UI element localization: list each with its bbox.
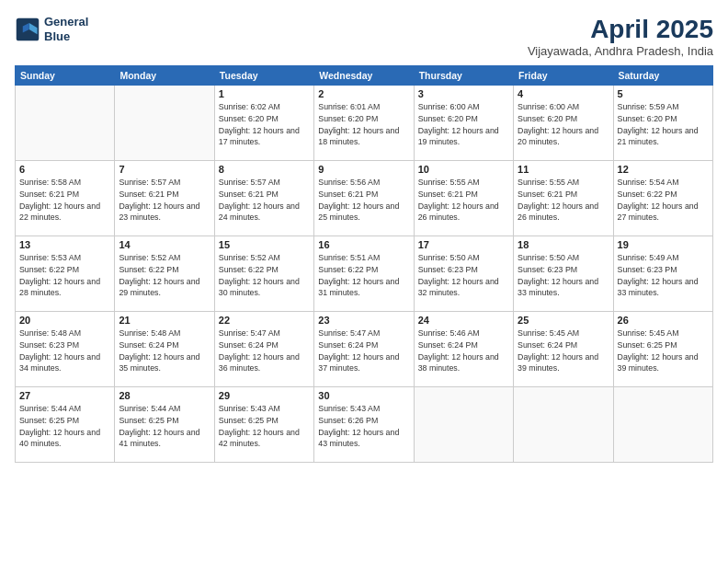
- day-number: 21: [119, 315, 210, 326]
- calendar-cell: 22Sunrise: 5:47 AMSunset: 6:24 PMDayligh…: [214, 312, 313, 387]
- week-row-4: 20Sunrise: 5:48 AMSunset: 6:23 PMDayligh…: [16, 312, 713, 387]
- day-info: Sunrise: 5:48 AMSunset: 6:23 PMDaylight:…: [19, 327, 110, 374]
- calendar-cell: 28Sunrise: 5:44 AMSunset: 6:25 PMDayligh…: [115, 387, 214, 463]
- weekday-header-thursday: Thursday: [414, 66, 513, 86]
- weekday-header-friday: Friday: [514, 66, 613, 86]
- day-info: Sunrise: 5:48 AMSunset: 6:24 PMDaylight:…: [119, 327, 210, 374]
- calendar-cell: 2Sunrise: 6:01 AMSunset: 6:20 PMDaylight…: [314, 86, 414, 161]
- day-number: 8: [219, 164, 310, 175]
- day-info: Sunrise: 5:47 AMSunset: 6:24 PMDaylight:…: [219, 327, 310, 374]
- day-number: 26: [618, 315, 709, 326]
- day-info: Sunrise: 5:55 AMSunset: 6:21 PMDaylight:…: [418, 177, 509, 224]
- day-number: 7: [119, 164, 210, 175]
- day-info: Sunrise: 5:49 AMSunset: 6:23 PMDaylight:…: [618, 252, 709, 299]
- day-number: 6: [19, 164, 110, 175]
- day-info: Sunrise: 5:44 AMSunset: 6:25 PMDaylight:…: [19, 403, 110, 450]
- day-info: Sunrise: 5:50 AMSunset: 6:23 PMDaylight:…: [518, 252, 609, 299]
- calendar-cell: 29Sunrise: 5:43 AMSunset: 6:25 PMDayligh…: [214, 387, 313, 463]
- calendar-cell: 26Sunrise: 5:45 AMSunset: 6:25 PMDayligh…: [613, 312, 712, 387]
- calendar-cell: 17Sunrise: 5:50 AMSunset: 6:23 PMDayligh…: [414, 236, 513, 312]
- logo-icon: [15, 17, 40, 42]
- day-number: 25: [518, 315, 609, 326]
- calendar-cell: 25Sunrise: 5:45 AMSunset: 6:24 PMDayligh…: [514, 312, 613, 387]
- day-number: 1: [219, 88, 310, 99]
- weekday-header-sunday: Sunday: [16, 66, 115, 86]
- calendar-cell: 19Sunrise: 5:49 AMSunset: 6:23 PMDayligh…: [613, 236, 712, 312]
- week-row-5: 27Sunrise: 5:44 AMSunset: 6:25 PMDayligh…: [16, 387, 713, 463]
- day-number: 17: [418, 239, 509, 250]
- calendar-cell: 21Sunrise: 5:48 AMSunset: 6:24 PMDayligh…: [115, 312, 214, 387]
- day-info: Sunrise: 5:46 AMSunset: 6:24 PMDaylight:…: [418, 327, 509, 374]
- title-block: April 2025 Vijayawada, Andhra Pradesh, I…: [528, 15, 713, 58]
- day-info: Sunrise: 5:43 AMSunset: 6:25 PMDaylight:…: [219, 403, 310, 450]
- calendar-cell: 7Sunrise: 5:57 AMSunset: 6:21 PMDaylight…: [115, 161, 214, 236]
- day-info: Sunrise: 6:01 AMSunset: 6:20 PMDaylight:…: [318, 101, 409, 148]
- logo-text: General Blue: [44, 15, 88, 43]
- calendar-cell: [514, 387, 613, 463]
- calendar-cell: 8Sunrise: 5:57 AMSunset: 6:21 PMDaylight…: [214, 161, 313, 236]
- calendar-cell: 16Sunrise: 5:51 AMSunset: 6:22 PMDayligh…: [314, 236, 414, 312]
- day-info: Sunrise: 5:45 AMSunset: 6:25 PMDaylight:…: [618, 327, 709, 374]
- weekday-header-wednesday: Wednesday: [314, 66, 414, 86]
- calendar-cell: 18Sunrise: 5:50 AMSunset: 6:23 PMDayligh…: [514, 236, 613, 312]
- month-title: April 2025: [528, 15, 713, 44]
- day-info: Sunrise: 5:54 AMSunset: 6:22 PMDaylight:…: [618, 177, 709, 224]
- day-info: Sunrise: 5:56 AMSunset: 6:21 PMDaylight:…: [318, 177, 409, 224]
- weekday-header-tuesday: Tuesday: [214, 66, 313, 86]
- week-row-1: 1Sunrise: 6:02 AMSunset: 6:20 PMDaylight…: [16, 86, 713, 161]
- calendar-cell: 6Sunrise: 5:58 AMSunset: 6:21 PMDaylight…: [16, 161, 115, 236]
- day-number: 14: [119, 239, 210, 250]
- calendar-cell: [613, 387, 712, 463]
- weekday-header-row: SundayMondayTuesdayWednesdayThursdayFrid…: [16, 66, 713, 86]
- day-info: Sunrise: 6:00 AMSunset: 6:20 PMDaylight:…: [418, 101, 509, 148]
- calendar-cell: 5Sunrise: 5:59 AMSunset: 6:20 PMDaylight…: [613, 86, 712, 161]
- calendar-cell: 23Sunrise: 5:47 AMSunset: 6:24 PMDayligh…: [314, 312, 414, 387]
- day-number: 12: [618, 164, 709, 175]
- day-info: Sunrise: 5:59 AMSunset: 6:20 PMDaylight:…: [618, 101, 709, 148]
- calendar-cell: 11Sunrise: 5:55 AMSunset: 6:21 PMDayligh…: [514, 161, 613, 236]
- day-number: 18: [518, 239, 609, 250]
- day-info: Sunrise: 5:43 AMSunset: 6:26 PMDaylight:…: [318, 403, 409, 450]
- day-number: 3: [418, 88, 509, 99]
- week-row-2: 6Sunrise: 5:58 AMSunset: 6:21 PMDaylight…: [16, 161, 713, 236]
- calendar-cell: 15Sunrise: 5:52 AMSunset: 6:22 PMDayligh…: [214, 236, 313, 312]
- location-subtitle: Vijayawada, Andhra Pradesh, India: [528, 44, 713, 58]
- day-number: 15: [219, 239, 310, 250]
- day-info: Sunrise: 5:47 AMSunset: 6:24 PMDaylight:…: [318, 327, 409, 374]
- day-number: 13: [19, 239, 110, 250]
- day-info: Sunrise: 5:45 AMSunset: 6:24 PMDaylight:…: [518, 327, 609, 374]
- header: General Blue April 2025 Vijayawada, Andh…: [15, 15, 713, 58]
- logo: General Blue: [15, 15, 88, 43]
- calendar-table: SundayMondayTuesdayWednesdayThursdayFrid…: [15, 65, 713, 463]
- calendar-cell: [115, 86, 214, 161]
- day-number: 20: [19, 315, 110, 326]
- weekday-header-saturday: Saturday: [613, 66, 712, 86]
- calendar-cell: 3Sunrise: 6:00 AMSunset: 6:20 PMDaylight…: [414, 86, 513, 161]
- day-info: Sunrise: 5:44 AMSunset: 6:25 PMDaylight:…: [119, 403, 210, 450]
- day-number: 24: [418, 315, 509, 326]
- day-number: 28: [119, 390, 210, 401]
- calendar-cell: 13Sunrise: 5:53 AMSunset: 6:22 PMDayligh…: [16, 236, 115, 312]
- day-info: Sunrise: 5:50 AMSunset: 6:23 PMDaylight:…: [418, 252, 509, 299]
- day-info: Sunrise: 5:52 AMSunset: 6:22 PMDaylight:…: [219, 252, 310, 299]
- day-info: Sunrise: 5:51 AMSunset: 6:22 PMDaylight:…: [318, 252, 409, 299]
- day-number: 29: [219, 390, 310, 401]
- day-number: 23: [318, 315, 409, 326]
- day-info: Sunrise: 5:57 AMSunset: 6:21 PMDaylight:…: [119, 177, 210, 224]
- day-number: 2: [318, 88, 409, 99]
- day-number: 27: [19, 390, 110, 401]
- calendar-cell: [414, 387, 513, 463]
- day-info: Sunrise: 5:55 AMSunset: 6:21 PMDaylight:…: [518, 177, 609, 224]
- calendar-cell: 14Sunrise: 5:52 AMSunset: 6:22 PMDayligh…: [115, 236, 214, 312]
- week-row-3: 13Sunrise: 5:53 AMSunset: 6:22 PMDayligh…: [16, 236, 713, 312]
- calendar-cell: 24Sunrise: 5:46 AMSunset: 6:24 PMDayligh…: [414, 312, 513, 387]
- calendar-cell: 30Sunrise: 5:43 AMSunset: 6:26 PMDayligh…: [314, 387, 414, 463]
- calendar-cell: 27Sunrise: 5:44 AMSunset: 6:25 PMDayligh…: [16, 387, 115, 463]
- day-info: Sunrise: 5:57 AMSunset: 6:21 PMDaylight:…: [219, 177, 310, 224]
- day-info: Sunrise: 5:52 AMSunset: 6:22 PMDaylight:…: [119, 252, 210, 299]
- day-number: 30: [318, 390, 409, 401]
- day-info: Sunrise: 6:00 AMSunset: 6:20 PMDaylight:…: [518, 101, 609, 148]
- calendar-cell: 1Sunrise: 6:02 AMSunset: 6:20 PMDaylight…: [214, 86, 313, 161]
- calendar-cell: 4Sunrise: 6:00 AMSunset: 6:20 PMDaylight…: [514, 86, 613, 161]
- calendar-cell: 9Sunrise: 5:56 AMSunset: 6:21 PMDaylight…: [314, 161, 414, 236]
